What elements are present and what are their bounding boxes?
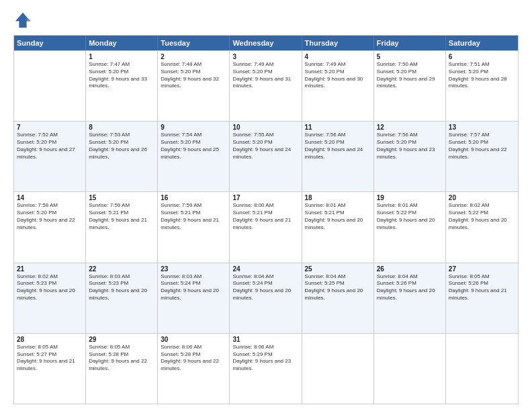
- day-cell: 11Sunrise: 7:56 AMSunset: 5:20 PMDayligh…: [302, 122, 374, 191]
- day-cell: 15Sunrise: 7:59 AMSunset: 5:21 PMDayligh…: [86, 192, 158, 262]
- day-info: Sunrise: 8:05 AMSunset: 5:27 PMDaylight:…: [17, 344, 83, 373]
- day-cell: 10Sunrise: 7:55 AMSunset: 5:20 PMDayligh…: [230, 122, 302, 191]
- day-info: Sunrise: 7:50 AMSunset: 5:20 PMDaylight:…: [377, 61, 443, 90]
- day-cell: 7Sunrise: 7:52 AMSunset: 5:20 PMDaylight…: [14, 122, 86, 191]
- day-info: Sunrise: 7:47 AMSunset: 5:20 PMDaylight:…: [89, 61, 154, 90]
- day-cell: 21Sunrise: 8:02 AMSunset: 5:23 PMDayligh…: [14, 263, 86, 333]
- day-info: Sunrise: 7:59 AMSunset: 5:21 PMDaylight:…: [89, 202, 154, 231]
- day-cell: 26Sunrise: 8:04 AMSunset: 5:26 PMDayligh…: [374, 263, 446, 333]
- calendar-row: 28Sunrise: 8:05 AMSunset: 5:27 PMDayligh…: [14, 333, 518, 404]
- empty-cell: [14, 51, 86, 121]
- day-number: 22: [89, 265, 154, 273]
- day-number: 11: [305, 124, 371, 131]
- calendar-row: 21Sunrise: 8:02 AMSunset: 5:23 PMDayligh…: [14, 263, 518, 333]
- day-cell: 17Sunrise: 8:00 AMSunset: 5:21 PMDayligh…: [230, 192, 302, 262]
- day-number: 6: [449, 53, 515, 60]
- day-cell: 29Sunrise: 8:05 AMSunset: 5:28 PMDayligh…: [86, 334, 158, 404]
- day-number: 17: [232, 194, 298, 201]
- day-info: Sunrise: 7:49 AMSunset: 5:20 PMDaylight:…: [305, 61, 371, 90]
- day-cell: 13Sunrise: 7:57 AMSunset: 5:20 PMDayligh…: [446, 122, 518, 191]
- day-number: 8: [89, 124, 154, 131]
- day-cell: 16Sunrise: 7:59 AMSunset: 5:21 PMDayligh…: [158, 192, 230, 262]
- day-cell: 6Sunrise: 7:51 AMSunset: 5:20 PMDaylight…: [446, 51, 518, 121]
- day-number: 28: [17, 336, 83, 343]
- day-number: 7: [17, 124, 83, 131]
- day-number: 9: [161, 124, 226, 131]
- day-number: 4: [305, 53, 371, 60]
- day-cell: 31Sunrise: 8:06 AMSunset: 5:29 PMDayligh…: [230, 334, 302, 404]
- day-cell: 19Sunrise: 8:01 AMSunset: 5:22 PMDayligh…: [374, 192, 446, 262]
- day-number: 18: [305, 194, 371, 201]
- day-number: 21: [17, 265, 83, 273]
- calendar: SundayMondayTuesdayWednesdayThursdayFrid…: [13, 35, 519, 404]
- day-cell: 3Sunrise: 7:49 AMSunset: 5:20 PMDaylight…: [230, 51, 302, 121]
- day-number: 26: [377, 265, 443, 273]
- day-cell: 9Sunrise: 7:54 AMSunset: 5:20 PMDaylight…: [158, 122, 230, 191]
- page: SundayMondayTuesdayWednesdayThursdayFrid…: [0, 0, 532, 411]
- day-number: 29: [89, 336, 154, 343]
- logo: [13, 11, 35, 30]
- day-number: 12: [377, 124, 443, 131]
- day-cell: 24Sunrise: 8:04 AMSunset: 5:24 PMDayligh…: [230, 263, 302, 333]
- day-info: Sunrise: 7:51 AMSunset: 5:20 PMDaylight:…: [449, 61, 515, 90]
- day-info: Sunrise: 8:03 AMSunset: 5:24 PMDaylight:…: [161, 273, 226, 302]
- day-number: 31: [232, 336, 298, 343]
- day-number: 24: [232, 265, 298, 273]
- logo-icon: [13, 11, 32, 30]
- empty-cell: [302, 334, 374, 404]
- day-cell: 30Sunrise: 8:06 AMSunset: 5:28 PMDayligh…: [158, 334, 230, 404]
- day-cell: 8Sunrise: 7:53 AMSunset: 5:20 PMDaylight…: [86, 122, 158, 191]
- day-info: Sunrise: 7:56 AMSunset: 5:20 PMDaylight:…: [305, 132, 371, 161]
- weekday-header: Saturday: [446, 36, 518, 50]
- weekday-header: Friday: [374, 36, 446, 50]
- day-info: Sunrise: 8:02 AMSunset: 5:22 PMDaylight:…: [449, 202, 515, 231]
- day-cell: 18Sunrise: 8:01 AMSunset: 5:21 PMDayligh…: [302, 192, 374, 262]
- day-info: Sunrise: 8:05 AMSunset: 5:26 PMDaylight:…: [449, 273, 515, 302]
- day-number: 14: [17, 194, 83, 201]
- day-cell: 23Sunrise: 8:03 AMSunset: 5:24 PMDayligh…: [158, 263, 230, 333]
- day-info: Sunrise: 8:02 AMSunset: 5:23 PMDaylight:…: [17, 273, 83, 302]
- day-number: 23: [161, 265, 226, 273]
- day-info: Sunrise: 8:01 AMSunset: 5:21 PMDaylight:…: [305, 202, 371, 231]
- day-cell: 27Sunrise: 8:05 AMSunset: 5:26 PMDayligh…: [446, 263, 518, 333]
- day-info: Sunrise: 7:48 AMSunset: 5:20 PMDaylight:…: [161, 61, 226, 90]
- day-info: Sunrise: 8:06 AMSunset: 5:29 PMDaylight:…: [232, 344, 298, 373]
- day-cell: 22Sunrise: 8:03 AMSunset: 5:23 PMDayligh…: [86, 263, 158, 333]
- day-number: 15: [89, 194, 154, 201]
- day-number: 27: [449, 265, 515, 273]
- calendar-body: 1Sunrise: 7:47 AMSunset: 5:20 PMDaylight…: [14, 50, 518, 404]
- day-number: 19: [377, 194, 443, 201]
- day-cell: 5Sunrise: 7:50 AMSunset: 5:20 PMDaylight…: [374, 51, 446, 121]
- calendar-row: 14Sunrise: 7:58 AMSunset: 5:20 PMDayligh…: [14, 191, 518, 262]
- day-cell: 1Sunrise: 7:47 AMSunset: 5:20 PMDaylight…: [86, 51, 158, 121]
- day-info: Sunrise: 7:57 AMSunset: 5:20 PMDaylight:…: [449, 132, 515, 161]
- weekday-header: Monday: [86, 36, 158, 50]
- day-number: 3: [232, 53, 298, 60]
- day-info: Sunrise: 7:49 AMSunset: 5:20 PMDaylight:…: [232, 61, 298, 90]
- day-cell: 25Sunrise: 8:04 AMSunset: 5:25 PMDayligh…: [302, 263, 374, 333]
- weekday-header: Sunday: [14, 36, 86, 50]
- day-info: Sunrise: 7:53 AMSunset: 5:20 PMDaylight:…: [89, 132, 154, 161]
- day-cell: 20Sunrise: 8:02 AMSunset: 5:22 PMDayligh…: [446, 192, 518, 262]
- day-info: Sunrise: 8:04 AMSunset: 5:26 PMDaylight:…: [377, 273, 443, 302]
- calendar-header: SundayMondayTuesdayWednesdayThursdayFrid…: [14, 36, 518, 50]
- calendar-row: 7Sunrise: 7:52 AMSunset: 5:20 PMDaylight…: [14, 121, 518, 191]
- day-number: 30: [161, 336, 226, 343]
- day-cell: 2Sunrise: 7:48 AMSunset: 5:20 PMDaylight…: [158, 51, 230, 121]
- day-info: Sunrise: 8:04 AMSunset: 5:24 PMDaylight:…: [232, 273, 298, 302]
- header: [13, 11, 519, 30]
- day-cell: 4Sunrise: 7:49 AMSunset: 5:20 PMDaylight…: [302, 51, 374, 121]
- day-info: Sunrise: 7:54 AMSunset: 5:20 PMDaylight:…: [161, 132, 226, 161]
- day-number: 5: [377, 53, 443, 60]
- weekday-header: Tuesday: [158, 36, 230, 50]
- day-info: Sunrise: 8:06 AMSunset: 5:28 PMDaylight:…: [161, 344, 226, 373]
- empty-cell: [446, 334, 518, 404]
- day-info: Sunrise: 7:56 AMSunset: 5:20 PMDaylight:…: [377, 132, 443, 161]
- day-info: Sunrise: 7:55 AMSunset: 5:20 PMDaylight:…: [232, 132, 298, 161]
- day-info: Sunrise: 8:03 AMSunset: 5:23 PMDaylight:…: [89, 273, 154, 302]
- day-number: 20: [449, 194, 515, 201]
- weekday-header: Wednesday: [230, 36, 302, 50]
- day-info: Sunrise: 8:05 AMSunset: 5:28 PMDaylight:…: [89, 344, 154, 373]
- weekday-header: Thursday: [302, 36, 374, 50]
- calendar-row: 1Sunrise: 7:47 AMSunset: 5:20 PMDaylight…: [14, 50, 518, 121]
